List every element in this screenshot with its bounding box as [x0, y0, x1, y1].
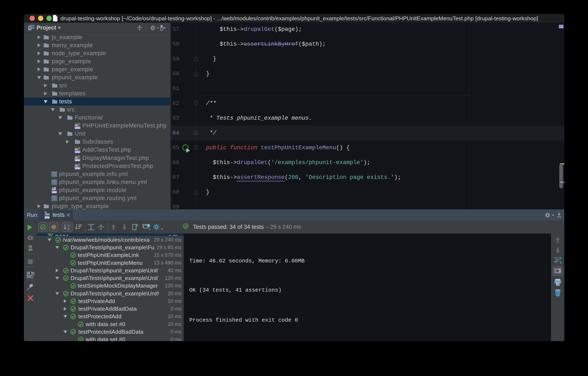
svg-text:php: php — [45, 216, 49, 219]
svg-text:z: z — [68, 227, 69, 231]
svg-text:a: a — [68, 224, 70, 227]
